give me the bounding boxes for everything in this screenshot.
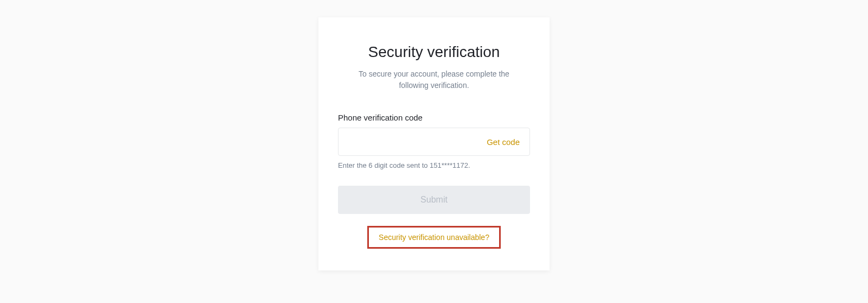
phone-code-input-wrapper: Get code [338,128,530,156]
verification-card: Security verification To secure your acc… [318,17,550,270]
phone-code-hint: Enter the 6 digit code sent to 151****11… [338,161,530,169]
security-unavailable-link[interactable]: Security verification unavailable? [367,226,501,249]
page-subtitle: To secure your account, please complete … [338,68,530,91]
phone-code-label: Phone verification code [338,113,530,122]
submit-button[interactable]: Submit [338,186,530,214]
phone-code-input[interactable] [339,128,477,155]
get-code-button[interactable]: Get code [477,128,529,155]
page-title: Security verification [338,43,530,61]
unavailable-link-wrapper: Security verification unavailable? [338,226,530,249]
